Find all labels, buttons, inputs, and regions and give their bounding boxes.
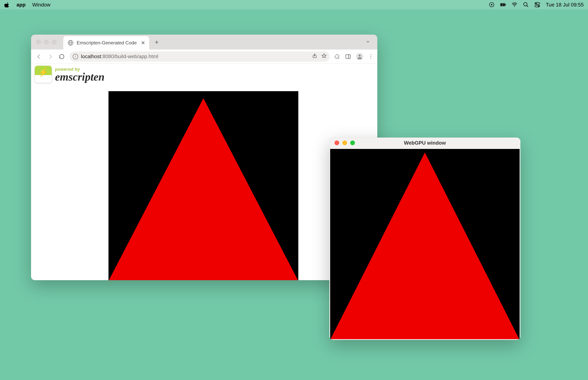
native-window: WebGPU window (329, 137, 520, 340)
svg-rect-3 (505, 4, 506, 5)
browser-page-content: ⚡ powered by emscripten (31, 64, 377, 280)
control-center-icon[interactable] (534, 2, 540, 8)
url-text: localhost:8080/build-web/app.html (81, 54, 158, 59)
browser-traffic-lights (31, 40, 57, 44)
globe-icon (68, 40, 74, 46)
browser-tab[interactable]: Emscripten-Generated Code ✕ (63, 36, 149, 50)
svg-point-6 (514, 6, 515, 7)
browser-window: Emscripten-Generated Code ✕ + i localhos… (31, 35, 377, 280)
macos-menubar: app Window Tue 18 Jul 09:55 (0, 0, 588, 9)
sidepanel-icon[interactable] (345, 54, 351, 59)
red-triangle (331, 152, 519, 339)
svg-line-8 (527, 5, 528, 7)
emscripten-name-label: emscripten (55, 72, 105, 82)
menubar-window-menu[interactable]: Window (32, 2, 50, 8)
menubar-app-name[interactable]: app (17, 2, 26, 8)
tab-title: Emscripten-Generated Code (77, 40, 137, 46)
native-window-title: WebGPU window (329, 140, 520, 146)
window-close-button[interactable] (36, 40, 41, 44)
svg-marker-1 (491, 4, 493, 6)
webgpu-canvas-native[interactable] (330, 149, 520, 339)
menubar-clock[interactable]: Tue 18 Jul 09:55 (546, 2, 584, 8)
svg-rect-18 (346, 55, 350, 58)
spotlight-icon[interactable] (523, 2, 529, 8)
tabs-dropdown-icon[interactable] (365, 39, 370, 45)
webgpu-canvas-web[interactable] (109, 91, 298, 280)
back-button[interactable] (35, 54, 42, 59)
window-zoom-button[interactable] (52, 40, 57, 44)
profile-avatar[interactable] (356, 53, 363, 60)
svg-marker-17 (322, 54, 326, 58)
native-content (329, 148, 520, 340)
emscripten-logo-icon: ⚡ (35, 66, 52, 83)
site-info-icon[interactable]: i (73, 54, 78, 59)
wifi-icon[interactable] (512, 2, 517, 8)
address-bar[interactable]: i localhost:8080/build-web/app.html (70, 52, 330, 62)
forward-button[interactable] (47, 54, 54, 59)
browser-toolbar: i localhost:8080/build-web/app.html ⋮ (31, 50, 377, 64)
battery-icon[interactable] (500, 2, 506, 8)
new-tab-button[interactable]: + (155, 38, 159, 46)
window-minimize-button[interactable] (44, 40, 49, 44)
svg-point-12 (538, 5, 539, 7)
browser-titlebar[interactable]: Emscripten-Generated Code ✕ + (31, 35, 377, 50)
svg-point-10 (535, 3, 537, 4)
apple-logo-icon[interactable] (4, 2, 10, 7)
tab-close-icon[interactable]: ✕ (141, 40, 145, 46)
reload-button[interactable] (58, 54, 65, 59)
svg-point-20 (359, 55, 360, 57)
extensions-icon[interactable] (334, 54, 340, 59)
native-titlebar[interactable]: WebGPU window (329, 137, 520, 148)
display-icon[interactable] (489, 2, 495, 8)
share-icon[interactable] (312, 53, 317, 60)
emscripten-badge: ⚡ powered by emscripten (35, 66, 105, 83)
red-triangle (109, 98, 298, 280)
bookmark-icon[interactable] (322, 53, 327, 60)
svg-point-7 (524, 2, 527, 6)
browser-menu-icon[interactable]: ⋮ (368, 54, 373, 59)
